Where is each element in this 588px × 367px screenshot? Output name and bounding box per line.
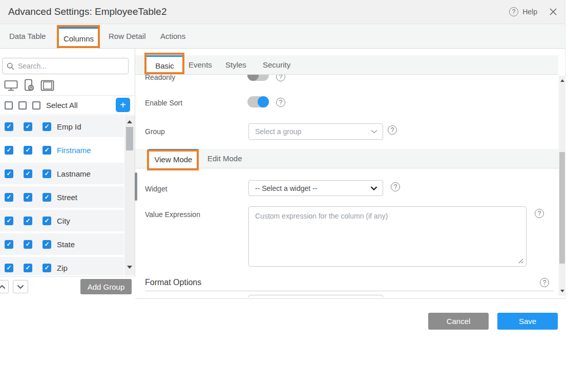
checkbox[interactable] xyxy=(5,122,13,131)
list-item-firstname[interactable]: Firstname xyxy=(0,139,124,161)
select-all-label: Select All xyxy=(46,101,78,110)
scroll-up-icon[interactable] xyxy=(127,120,132,123)
panel-tab-bar: Basic Events Styles Security xyxy=(135,55,558,75)
cancel-button[interactable]: Cancel xyxy=(428,313,489,330)
readonly-toggle[interactable] xyxy=(247,75,269,81)
tab-security[interactable]: Security xyxy=(263,55,290,74)
sidebar-footer: Add Group xyxy=(0,276,135,299)
add-column-button[interactable]: + xyxy=(116,98,130,112)
checkbox[interactable] xyxy=(43,146,51,155)
tab-row-detail[interactable]: Row Detail xyxy=(109,24,146,48)
checkbox[interactable] xyxy=(5,193,13,202)
checkbox[interactable] xyxy=(43,264,51,272)
search-box xyxy=(2,58,129,74)
device-toolbar xyxy=(4,77,131,94)
checkbox[interactable] xyxy=(24,122,32,131)
scroll-down-icon[interactable] xyxy=(127,266,132,269)
search-icon xyxy=(7,62,14,70)
chevron-down-icon xyxy=(370,186,377,190)
select-all-checkbox-tablet[interactable] xyxy=(32,101,40,110)
dialog-title: Advanced Settings: EmployeeTable2 xyxy=(8,6,166,17)
group-select-placeholder: Select a group xyxy=(255,127,301,136)
move-up-button[interactable] xyxy=(0,280,9,293)
close-icon[interactable] xyxy=(549,7,558,16)
checkbox[interactable] xyxy=(5,217,13,225)
tab-events[interactable]: Events xyxy=(188,55,212,74)
chevron-down-icon xyxy=(371,129,377,134)
scrollbar-thumb[interactable] xyxy=(126,127,133,150)
checkbox[interactable] xyxy=(24,264,32,272)
widget-select-value: -- Select a widget -- xyxy=(255,184,317,192)
value-expression-input[interactable] xyxy=(248,206,527,267)
advanced-settings-dialog: Advanced Settings: EmployeeTable2 Help D… xyxy=(0,0,565,299)
enable-sort-toggle[interactable] xyxy=(247,96,269,107)
tab-basic[interactable]: Basic xyxy=(146,55,183,74)
panel-body: Readonly Enable Sort Group Select a grou… xyxy=(135,75,559,297)
list-item-zip[interactable]: Zip xyxy=(0,257,124,275)
move-down-button[interactable] xyxy=(13,280,28,293)
tab-actions[interactable]: Actions xyxy=(160,24,185,48)
select-all-checkbox-desktop[interactable] xyxy=(5,101,13,110)
checkbox[interactable] xyxy=(43,193,51,202)
add-group-button[interactable]: Add Group xyxy=(80,279,132,294)
panel-resize-handle[interactable] xyxy=(135,172,137,201)
divider xyxy=(145,291,554,291)
mobile-icon[interactable] xyxy=(24,79,35,92)
help-label: Help xyxy=(522,8,537,16)
scroll-up-icon[interactable] xyxy=(560,79,564,82)
checkbox[interactable] xyxy=(5,264,13,272)
group-help-icon[interactable] xyxy=(388,125,397,135)
select-all-row: Select All + xyxy=(0,96,135,115)
widget-select[interactable]: -- Select a widget -- xyxy=(248,180,383,196)
checkbox[interactable] xyxy=(24,146,32,155)
checkbox[interactable] xyxy=(43,240,51,249)
checkbox[interactable] xyxy=(5,169,13,178)
tab-edit-mode[interactable]: Edit Mode xyxy=(207,149,242,168)
widget-help-icon[interactable] xyxy=(391,182,400,191)
divider xyxy=(0,115,135,115)
scrollbar-thumb[interactable] xyxy=(559,152,565,264)
checkbox[interactable] xyxy=(5,240,13,249)
checkbox[interactable] xyxy=(43,169,51,178)
tab-columns[interactable]: Columns xyxy=(59,27,98,49)
tablet-icon[interactable] xyxy=(40,80,54,91)
column-label: Firstname xyxy=(57,146,91,155)
enable-sort-label: Enable Sort xyxy=(145,98,182,107)
list-item-lastname[interactable]: Lastname xyxy=(0,163,124,184)
list-item-city[interactable]: City xyxy=(0,210,124,231)
readonly-help-icon[interactable] xyxy=(276,75,285,81)
sidebar-scrollbar[interactable] xyxy=(124,116,135,275)
dialog-header: Advanced Settings: EmployeeTable2 Help xyxy=(0,0,565,24)
column-label: State xyxy=(57,240,75,249)
format-options-partial-input[interactable] xyxy=(248,295,383,297)
column-label: Emp Id xyxy=(57,122,81,131)
columns-sidebar: Select All + Emp Id Firstname xyxy=(0,49,135,299)
main-tab-bar: Data Table Columns Row Detail Actions xyxy=(0,24,565,49)
format-options-help-icon[interactable] xyxy=(540,278,549,287)
checkbox[interactable] xyxy=(24,169,32,178)
save-button[interactable]: Save xyxy=(497,313,558,330)
list-item-street[interactable]: Street xyxy=(0,186,124,208)
scroll-down-icon[interactable] xyxy=(560,290,564,292)
desktop-icon[interactable] xyxy=(4,79,18,92)
value-expression-help-icon[interactable] xyxy=(535,209,544,218)
select-all-checkbox-mobile[interactable] xyxy=(18,101,27,110)
enable-sort-help-icon[interactable] xyxy=(276,98,285,107)
list-item-emp-id[interactable]: Emp Id xyxy=(0,116,124,137)
tab-view-mode[interactable]: View Mode xyxy=(149,149,198,168)
group-select[interactable]: Select a group xyxy=(248,123,383,140)
column-list: Emp Id Firstname Lastname xyxy=(0,116,124,275)
checkbox[interactable] xyxy=(43,217,51,225)
checkbox[interactable] xyxy=(43,122,51,131)
checkbox[interactable] xyxy=(24,193,32,202)
checkbox[interactable] xyxy=(24,217,32,225)
tab-styles[interactable]: Styles xyxy=(225,55,246,74)
list-item-state[interactable]: State xyxy=(0,233,124,255)
search-input[interactable] xyxy=(18,62,124,70)
help-button[interactable]: Help xyxy=(509,7,537,16)
checkbox[interactable] xyxy=(24,240,32,249)
readonly-label: Readonly xyxy=(145,75,175,82)
checkbox[interactable] xyxy=(5,146,13,155)
column-label: Street xyxy=(57,193,77,202)
tab-data-table[interactable]: Data Table xyxy=(9,24,46,48)
